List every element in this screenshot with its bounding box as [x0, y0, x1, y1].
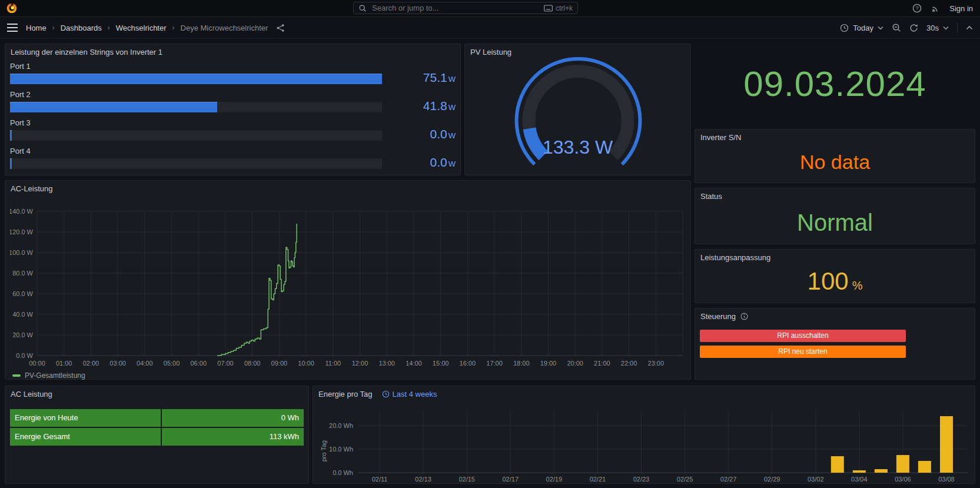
- search-icon: [358, 4, 367, 12]
- sign-in-link[interactable]: Sign in: [949, 4, 973, 13]
- svg-text:20:00: 20:00: [567, 360, 583, 367]
- table-cell-label: Energie Gesamt: [10, 428, 161, 446]
- panel-steuerung: Steuerung RPI ausschalten RPI neu starte…: [695, 308, 975, 380]
- time-picker-button[interactable]: Today: [840, 24, 883, 32]
- svg-text:09:00: 09:00: [271, 360, 288, 367]
- news-rss-icon[interactable]: [931, 4, 940, 13]
- search-input[interactable]: [371, 3, 540, 13]
- dashboard-toolbar: Home › Dashboards › Wechselrichter › Dey…: [0, 17, 980, 39]
- svg-text:120.0 W: 120.0 W: [10, 228, 34, 235]
- timerange-link[interactable]: Last 4 weeks: [382, 390, 437, 399]
- grafana-logo-icon[interactable]: [6, 2, 18, 14]
- svg-text:0.0 W: 0.0 W: [16, 352, 33, 359]
- svg-text:18:00: 18:00: [513, 360, 530, 367]
- rpi-restart-button[interactable]: RPI neu starten: [700, 346, 906, 358]
- breadcrumb-separator: ›: [172, 24, 175, 32]
- share-icon[interactable]: [276, 24, 285, 32]
- svg-text:19:00: 19:00: [540, 360, 557, 367]
- svg-text:0.0 Wh: 0.0 Wh: [333, 469, 353, 476]
- power-limit-unit: %: [852, 279, 863, 292]
- svg-text:80.0 W: 80.0 W: [12, 270, 33, 277]
- top-navigation-bar: ctrl+k ? Sign in: [0, 0, 980, 17]
- table-cell-value: 113 kWh: [162, 428, 304, 446]
- svg-text:100.0 W: 100.0 W: [10, 249, 34, 256]
- panel-title: Status: [700, 192, 722, 201]
- svg-text:17:00: 17:00: [486, 360, 503, 367]
- svg-text:10:00: 10:00: [298, 360, 314, 367]
- port-bar-fill: [10, 130, 12, 141]
- date-stat-value: 09.03.2024: [695, 58, 975, 111]
- port-unit: W: [449, 103, 456, 112]
- collapse-chevron-up-icon[interactable]: [966, 25, 973, 30]
- svg-text:08:00: 08:00: [244, 360, 261, 367]
- breadcrumb-folder[interactable]: Wechselrichter: [116, 24, 167, 32]
- search-box[interactable]: ctrl+k: [353, 2, 578, 14]
- svg-text:03/04: 03/04: [851, 476, 868, 483]
- toolbar-divider: [957, 22, 958, 33]
- port-row: Port 2 41.8W: [10, 90, 456, 113]
- port-label: Port 4: [10, 147, 456, 155]
- clock-small-icon: [382, 390, 390, 398]
- clock-icon: [840, 24, 849, 32]
- table-cell-label: Energie von Heute: [10, 409, 161, 427]
- pv-gauge-value: 133.3 W: [465, 137, 690, 157]
- chevron-down-icon: [943, 26, 949, 30]
- port-row: Port 4 0.0W: [10, 147, 456, 170]
- panel-ac-chart: AC-Leistung 0.0 W20.0 W40.0 W60.0 W80.0 …: [5, 180, 691, 380]
- menu-icon[interactable]: [7, 24, 18, 32]
- help-icon[interactable]: ?: [912, 4, 922, 13]
- svg-text:02/17: 02/17: [502, 476, 519, 483]
- port-bar-track: [10, 130, 382, 141]
- breadcrumb-dashboards[interactable]: Dashboards: [61, 24, 102, 32]
- breadcrumb-separator: ›: [108, 24, 110, 32]
- svg-text:03/08: 03/08: [938, 476, 955, 483]
- port-bar-track: [10, 74, 382, 84]
- breadcrumb: Home › Dashboards › Wechselrichter › Dey…: [26, 24, 285, 32]
- port-label: Port 2: [10, 90, 456, 99]
- refresh-interval-label: 30s: [926, 24, 939, 32]
- svg-text:06:00: 06:00: [190, 360, 207, 367]
- svg-text:20.0 W: 20.0 W: [12, 331, 33, 338]
- rpi-off-button[interactable]: RPI ausschalten: [700, 330, 906, 342]
- panel-title: Inverter S/N: [700, 133, 741, 142]
- panel-title: PV Leistung: [470, 48, 511, 57]
- svg-text:02/29: 02/29: [764, 476, 780, 483]
- svg-text:00:00: 00:00: [29, 360, 45, 367]
- panel-status: Status Normal: [695, 188, 975, 244]
- table-row: Energie von Heute 0 Wh: [10, 409, 304, 427]
- keyboard-icon: [544, 5, 553, 12]
- legend-item-pv-gesamtleistung[interactable]: PV-Gesamtleistung: [12, 371, 85, 380]
- svg-text:02/13: 02/13: [415, 476, 431, 483]
- svg-text:02/11: 02/11: [372, 476, 388, 483]
- timerange-label: Last 4 weeks: [393, 390, 437, 399]
- svg-text:13:00: 13:00: [378, 360, 395, 367]
- svg-text:02/27: 02/27: [720, 476, 737, 483]
- svg-text:02:00: 02:00: [83, 360, 99, 367]
- breadcrumb-home[interactable]: Home: [26, 24, 46, 32]
- svg-text:03:00: 03:00: [109, 360, 126, 367]
- port-unit: W: [449, 131, 456, 140]
- panel-title: AC Leistung: [11, 390, 52, 399]
- panel-title: Leistungsanpassung: [700, 253, 770, 262]
- refresh-interval-dropdown[interactable]: 30s: [926, 24, 949, 32]
- breadcrumb-separator: ›: [52, 24, 55, 32]
- panel-leistungsanpassung: Leistungsanpassung 100%: [695, 249, 975, 303]
- ac-power-line-chart: 0.0 W20.0 W40.0 W60.0 W80.0 W100.0 W120.…: [10, 202, 687, 370]
- svg-text:02/15: 02/15: [459, 476, 475, 483]
- svg-text:02/19: 02/19: [546, 476, 563, 483]
- svg-text:02/21: 02/21: [590, 476, 606, 483]
- svg-text:140.0 W: 140.0 W: [10, 208, 34, 215]
- zoom-out-icon[interactable]: [892, 23, 901, 32]
- svg-text:07:00: 07:00: [217, 360, 234, 367]
- panel-title: Energie pro Tag: [318, 390, 373, 399]
- port-value: 41.8: [423, 99, 447, 112]
- panel-pv-gauge: PV Leistung 133.3 W: [464, 44, 691, 175]
- svg-text:22:00: 22:00: [621, 360, 637, 367]
- legend-series-color: [12, 374, 21, 377]
- power-limit-value: 100: [808, 267, 849, 295]
- port-bar-track: [10, 102, 382, 112]
- refresh-icon[interactable]: [909, 24, 918, 32]
- info-icon[interactable]: [740, 313, 748, 320]
- time-range-label: Today: [853, 24, 873, 32]
- breadcrumb-current-dashboard: Deye Microwechselrichter: [181, 24, 268, 32]
